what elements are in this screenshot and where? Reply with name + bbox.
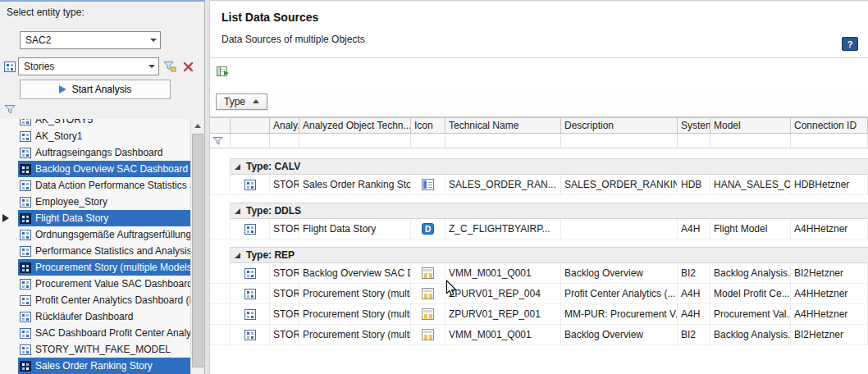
cell-model[interactable]: Procurement Val... [710, 304, 791, 325]
column-header-object-name[interactable]: Analyzed Object Techn... [299, 118, 411, 133]
column-header-row-gutter[interactable] [210, 118, 231, 133]
cell-object-name[interactable]: Backlog Overview SAC D... [299, 263, 411, 284]
filter-edit-icon[interactable] [162, 59, 177, 74]
cell-row-gutter[interactable] [210, 325, 231, 345]
entity-type-dropdown[interactable]: SAC2 [20, 31, 161, 49]
cell-description[interactable] [561, 219, 678, 239]
cell-technical-name[interactable]: ZPURV01_REP_001 [445, 304, 561, 325]
data-row[interactable]: STORSales Order Ranking StorySALES_ORDER… [210, 175, 868, 195]
story-list-item[interactable]: Rückläufer Dashboard [18, 308, 190, 325]
cell-description[interactable]: Backlog Overview [561, 263, 678, 284]
cell-technical-name[interactable]: VMM_M001_Q001 [445, 325, 561, 345]
collapse-group-icon[interactable] [234, 252, 241, 259]
story-list-item[interactable]: SAC Dashboard Profit Center Analytic [18, 325, 190, 341]
cell-model[interactable]: Model Profit Ce... [710, 284, 791, 304]
cell-connection-id[interactable]: BI2Hetzner [791, 263, 868, 284]
cell-analysis-type[interactable]: STOR [270, 325, 299, 345]
cell-system[interactable]: BI2 [678, 263, 710, 284]
cell-description[interactable]: Profit Center Analytics (... [561, 284, 678, 304]
column-header-analysis-type[interactable]: Analy... [270, 118, 299, 133]
story-list-item[interactable]: Performance Statistics and Analysis [18, 243, 190, 259]
filter-icon[interactable] [210, 134, 231, 148]
filter-cell-technical-name[interactable] [445, 134, 561, 148]
cell-description[interactable]: Backlog Overview [561, 325, 678, 345]
object-type-dropdown[interactable]: Stories [18, 57, 159, 75]
data-row[interactable]: STORProcurement Story (multi...ZPURV01_R… [210, 284, 868, 304]
chevron-down-icon[interactable] [146, 32, 160, 48]
cell-model[interactable]: Flight Model [710, 219, 791, 239]
column-header-description[interactable]: Description [561, 118, 678, 133]
column-header-object-icon[interactable] [231, 118, 270, 133]
story-list-item[interactable]: STORY_WITH_FAKE_MODEL [18, 341, 190, 358]
story-list-item[interactable]: Procurement Value SAC Dashboard [18, 276, 190, 292]
cell-row-gutter[interactable] [210, 175, 231, 195]
story-list-item[interactable]: Ordnungsgemäße Auftragserfüllung [18, 226, 190, 243]
filter-cell-source-icon[interactable] [411, 134, 445, 148]
column-header-technical-name[interactable]: Technical Name [445, 118, 561, 133]
story-list-item[interactable]: Data Action Performance Statistics an [18, 177, 190, 194]
cell-model[interactable]: HANA_SALES_O... [710, 175, 791, 195]
cell-model[interactable]: Backlog Analysis... [710, 325, 791, 345]
cell-analysis-type[interactable]: STOR [270, 284, 299, 304]
column-header-source-icon[interactable]: Icon [411, 118, 445, 133]
story-list-item[interactable]: Flight Data Story [18, 210, 190, 226]
cell-technical-name[interactable]: VMM_M001_Q001 [445, 263, 561, 284]
scroll-up-arrow[interactable] [191, 119, 204, 132]
cell-description[interactable]: SALES_ORDER_RANKING [561, 175, 678, 195]
cell-technical-name[interactable]: SALES_ORDER_RAN... [445, 175, 561, 195]
cell-system[interactable]: A4H [678, 219, 710, 239]
story-list-item[interactable]: Procurement Story (multiple Models) [18, 259, 190, 276]
story-list-item[interactable]: Auftragseingangs Dashboard [18, 144, 190, 161]
group-by-chip-type[interactable]: Type [216, 94, 267, 110]
collapse-group-icon[interactable] [234, 208, 241, 215]
cell-connection-id[interactable]: HDBHetzner [791, 175, 868, 195]
cell-system[interactable]: A4H [678, 304, 710, 325]
column-header-model[interactable]: Model [710, 118, 791, 133]
cell-system[interactable]: A4H [678, 284, 710, 304]
filter-icon[interactable] [4, 104, 16, 117]
filter-cell-description[interactable] [561, 134, 678, 148]
data-row[interactable]: STORProcurement Story (multi...ZPURV01_R… [210, 304, 868, 325]
story-list-item[interactable]: Sales Order Ranking Story [18, 358, 190, 374]
cell-row-gutter[interactable] [210, 284, 231, 304]
cell-analysis-type[interactable]: STOR [270, 219, 299, 239]
cell-object-name[interactable]: Procurement Story (multi... [299, 325, 411, 345]
help-button[interactable]: ? [842, 37, 858, 51]
cell-model[interactable]: Backlog Analysis... [710, 263, 791, 284]
story-list-item[interactable]: AK_STORY5 [18, 119, 190, 128]
cell-analysis-type[interactable]: STOR [270, 263, 299, 284]
chevron-down-icon[interactable] [144, 58, 158, 75]
cell-row-gutter[interactable] [210, 263, 231, 284]
cell-analysis-type[interactable]: STOR [270, 304, 299, 325]
story-list-scrollbar[interactable] [190, 119, 204, 374]
filter-cell-connection-id[interactable] [791, 134, 868, 148]
story-list-item[interactable]: AK_Story1 [18, 128, 190, 144]
cell-row-gutter[interactable] [210, 304, 231, 325]
cell-connection-id[interactable]: A4HHetzner [791, 219, 868, 239]
story-list-item[interactable]: Backlog Overview SAC Dashboard [18, 161, 190, 177]
cell-object-name[interactable]: Procurement Story (multi... [299, 304, 411, 325]
cell-object-name[interactable]: Flight Data Story [299, 219, 411, 239]
cell-object-name[interactable]: Sales Order Ranking Story [299, 175, 411, 195]
filter-cell-object-icon[interactable] [231, 134, 270, 148]
filter-cell-system[interactable] [678, 134, 710, 148]
cell-technical-name[interactable]: ZPURV01_REP_004 [445, 284, 561, 304]
export-excel-icon[interactable] [216, 65, 230, 80]
story-list-item[interactable]: Profit Center Analytics Dashboard (Pr [18, 292, 190, 308]
story-list-item[interactable]: Employee_Story [18, 194, 190, 210]
data-row[interactable]: STORBacklog Overview SAC D...VMM_M001_Q0… [210, 263, 868, 284]
cell-description[interactable]: MM-PUR: Procurement V... [561, 304, 678, 325]
cell-analysis-type[interactable]: STOR [270, 175, 299, 195]
cell-system[interactable]: BI2 [678, 325, 710, 345]
cell-system[interactable]: HDB [678, 175, 710, 195]
collapse-group-icon[interactable] [234, 163, 241, 171]
scrollbar-thumb[interactable] [192, 134, 203, 367]
clear-filter-icon[interactable] [180, 59, 195, 74]
column-header-system[interactable]: System [678, 118, 710, 133]
filter-cell-object-name[interactable] [299, 134, 411, 148]
cell-object-name[interactable]: Procurement Story (multi... [299, 284, 411, 304]
filter-cell-model[interactable] [710, 134, 791, 148]
data-row[interactable]: STORProcurement Story (multi...VMM_M001_… [210, 325, 868, 345]
cell-row-gutter[interactable] [210, 219, 231, 239]
cell-connection-id[interactable]: A4HHetzner [791, 284, 868, 304]
